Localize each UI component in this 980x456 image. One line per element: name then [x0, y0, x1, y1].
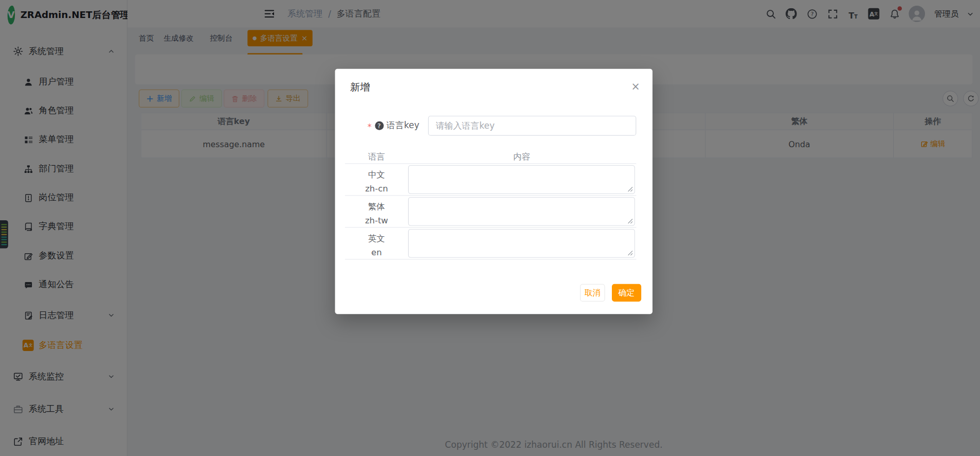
- content-textarea-en[interactable]: [409, 230, 634, 257]
- lang-label-en: 英文en: [345, 232, 408, 259]
- dialog-title: 新增: [350, 81, 370, 95]
- resize-handle-icon: [627, 218, 633, 224]
- content-textarea-zh-tw[interactable]: [409, 198, 634, 225]
- content-textarea-zh-tw-wrap: [408, 197, 635, 226]
- close-icon[interactable]: ×: [631, 81, 640, 92]
- resize-handle-icon: [627, 250, 633, 256]
- divider: [345, 195, 636, 196]
- content-textarea-en-wrap: [408, 229, 635, 258]
- add-dialog: 新增 × * ? 语言key 语言 内容 中文zh-cn 繁体zh-tw 英文e…: [335, 69, 653, 314]
- grid-header-content: 内容: [408, 150, 635, 164]
- resize-handle-icon: [627, 186, 633, 192]
- key-field-label-row: * ? 语言key: [368, 116, 420, 136]
- content-textarea-zh-cn[interactable]: [409, 166, 634, 193]
- divider: [345, 163, 636, 164]
- required-asterisk: *: [368, 122, 372, 131]
- grid-header-language: 语言: [345, 150, 408, 164]
- app-root: V ZRAdmin.NET后台管理 系统管理 用户管理 角色管理: [0, 0, 980, 456]
- key-field-label: 语言key: [387, 120, 420, 131]
- help-icon[interactable]: ?: [375, 121, 384, 130]
- divider: [345, 259, 636, 259]
- language-key-input[interactable]: [428, 116, 637, 136]
- divider: [345, 227, 636, 227]
- content-textarea-zh-cn-wrap: [408, 165, 635, 194]
- lang-label-zh-tw: 繁体zh-tw: [345, 200, 408, 227]
- cancel-button[interactable]: 取消: [580, 284, 605, 302]
- lang-label-zh-cn: 中文zh-cn: [345, 168, 408, 195]
- confirm-button[interactable]: 确定: [612, 284, 641, 302]
